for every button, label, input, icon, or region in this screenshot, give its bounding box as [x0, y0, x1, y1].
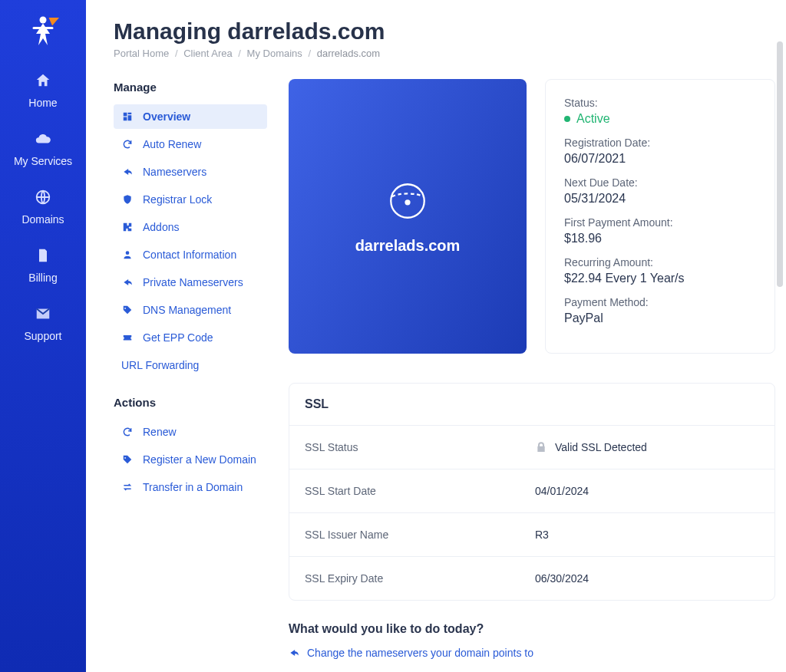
- breadcrumb-portal-home[interactable]: Portal Home: [114, 48, 169, 59]
- first-pay-label: First Payment Amount:: [564, 216, 756, 229]
- sidebar-item-label: My Services: [14, 155, 72, 167]
- home-icon: [35, 72, 51, 89]
- due-date-value: 05/31/2024: [564, 192, 756, 206]
- ssl-row-val: 04/01/2024: [535, 485, 589, 497]
- ssl-row-val: Valid SSL Detected: [555, 441, 647, 453]
- svg-rect-3: [124, 113, 127, 117]
- manage-item-label: Private Nameservers: [143, 276, 243, 288]
- status-label: Status:: [564, 97, 756, 109]
- svg-point-7: [126, 251, 130, 255]
- svg-rect-6: [124, 117, 127, 121]
- manage-item-label: URL Forwarding: [121, 359, 199, 371]
- manage-item-dns[interactable]: DNS Management: [114, 298, 267, 322]
- detail-column: darrelads.com Status: Active Registratio…: [289, 79, 775, 659]
- ssl-panel: SSL SSL Status Valid SSL Detected SSL St…: [289, 383, 775, 601]
- due-date-label: Next Due Date:: [564, 176, 756, 189]
- actions-heading: Actions: [114, 396, 267, 409]
- ssl-row-key: SSL Start Date: [305, 485, 535, 497]
- sidebar-item-label: Billing: [28, 272, 57, 284]
- svg-rect-5: [128, 115, 132, 120]
- primary-sidebar: Home My Services Domains Billing Support: [0, 0, 86, 672]
- manage-item-label: DNS Management: [143, 304, 231, 316]
- sidebar-item-services[interactable]: My Services: [0, 130, 86, 167]
- refresh-icon: [121, 426, 134, 438]
- lock-icon: [535, 441, 547, 453]
- manage-item-addons[interactable]: Addons: [114, 215, 267, 239]
- puzzle-icon: [121, 221, 134, 233]
- manage-item-label: Get EPP Code: [143, 331, 213, 344]
- globe-icon: [35, 189, 51, 206]
- manage-item-label: Auto Renew: [143, 138, 201, 150]
- paymethod-label: Payment Method:: [564, 296, 756, 308]
- breadcrumb-my-domains[interactable]: My Domains: [247, 48, 302, 59]
- ssl-row-key: SSL Issuer Name: [305, 529, 535, 541]
- manage-item-auto-renew[interactable]: Auto Renew: [114, 132, 267, 156]
- manage-item-label: Contact Information: [143, 249, 236, 261]
- ssl-row-status: SSL Status Valid SSL Detected: [289, 426, 774, 469]
- sidebar-item-support[interactable]: Support: [0, 305, 86, 342]
- manage-item-contact-info[interactable]: Contact Information: [114, 242, 267, 267]
- tag-icon: [121, 304, 134, 316]
- page-scrollbar-thumb[interactable]: [777, 41, 783, 287]
- manage-item-overview[interactable]: Overview: [114, 104, 267, 129]
- first-pay-value: $18.96: [564, 232, 756, 245]
- svg-point-0: [40, 17, 47, 24]
- actions-item-register[interactable]: Register a New Domain: [114, 447, 267, 472]
- actions-item-renew[interactable]: Renew: [114, 420, 267, 444]
- globe-outline-icon: [385, 179, 430, 223]
- page-title: Managing darrelads.com: [114, 18, 775, 44]
- sidebar-item-domains[interactable]: Domains: [0, 189, 86, 226]
- ssl-row-val: 06/30/2024: [535, 572, 589, 585]
- recurring-label: Recurring Amount:: [564, 256, 756, 268]
- ticket-icon: [121, 331, 134, 344]
- sidebar-item-billing[interactable]: Billing: [0, 247, 86, 284]
- breadcrumb-sep: /: [308, 48, 311, 59]
- manage-item-url-forwarding[interactable]: URL Forwarding: [114, 353, 267, 377]
- breadcrumb-sep: /: [175, 48, 178, 59]
- shield-icon: [121, 193, 134, 206]
- ssl-heading: SSL: [289, 384, 774, 426]
- manage-item-label: Addons: [143, 221, 179, 233]
- svg-rect-1: [33, 27, 54, 29]
- sidebar-item-label: Home: [28, 97, 57, 109]
- sidebar-nav: Home My Services Domains Billing Support: [0, 72, 86, 342]
- manage-column: Manage Overview Auto Renew Nameservers R…: [114, 79, 267, 502]
- refresh-icon: [121, 138, 134, 150]
- main-content: Managing darrelads.com Portal Home / Cli…: [86, 0, 775, 672]
- breadcrumb: Portal Home / Client Area / My Domains /…: [114, 48, 775, 59]
- today-link-label: Change the nameservers your domain point…: [307, 647, 533, 659]
- reg-date-label: Registration Date:: [564, 137, 756, 149]
- logo-icon: [25, 11, 61, 52]
- actions-item-label: Renew: [143, 426, 177, 438]
- manage-item-label: Overview: [143, 110, 190, 123]
- ssl-row-expiry: SSL Expiry Date 06/30/2024: [289, 557, 774, 600]
- manage-heading: Manage: [114, 81, 267, 94]
- manage-item-label: Registrar Lock: [143, 193, 212, 206]
- breadcrumb-client-area[interactable]: Client Area: [183, 48, 233, 59]
- ssl-row-issuer: SSL Issuer Name R3: [289, 513, 774, 557]
- share-icon: [121, 276, 134, 288]
- ssl-row-key: SSL Expiry Date: [305, 572, 535, 585]
- svg-point-9: [405, 199, 410, 205]
- domain-hero-card: darrelads.com: [289, 79, 527, 354]
- manage-item-nameservers[interactable]: Nameservers: [114, 160, 267, 184]
- user-icon: [121, 249, 134, 261]
- manage-item-private-ns[interactable]: Private Nameservers: [114, 270, 267, 295]
- manage-item-registrar-lock[interactable]: Registrar Lock: [114, 187, 267, 212]
- status-value: Active: [564, 112, 756, 126]
- svg-rect-4: [128, 113, 132, 114]
- recurring-value: $22.94 Every 1 Year/s: [564, 272, 756, 285]
- exchange-icon: [121, 481, 134, 493]
- tag-icon: [121, 453, 134, 466]
- actions-menu: Renew Register a New Domain Transfer in …: [114, 420, 267, 499]
- share-icon: [121, 166, 134, 178]
- dashboard-icon: [121, 110, 134, 123]
- brand-logo[interactable]: [23, 9, 63, 54]
- status-card: Status: Active Registration Date: 06/07/…: [545, 79, 775, 354]
- manage-item-epp[interactable]: Get EPP Code: [114, 325, 267, 350]
- ssl-row-val: R3: [535, 529, 549, 541]
- page-scrollbar-track: [778, 0, 784, 672]
- today-link-change-ns[interactable]: Change the nameservers your domain point…: [289, 647, 775, 659]
- actions-item-transfer[interactable]: Transfer in a Domain: [114, 475, 267, 499]
- sidebar-item-home[interactable]: Home: [0, 72, 86, 109]
